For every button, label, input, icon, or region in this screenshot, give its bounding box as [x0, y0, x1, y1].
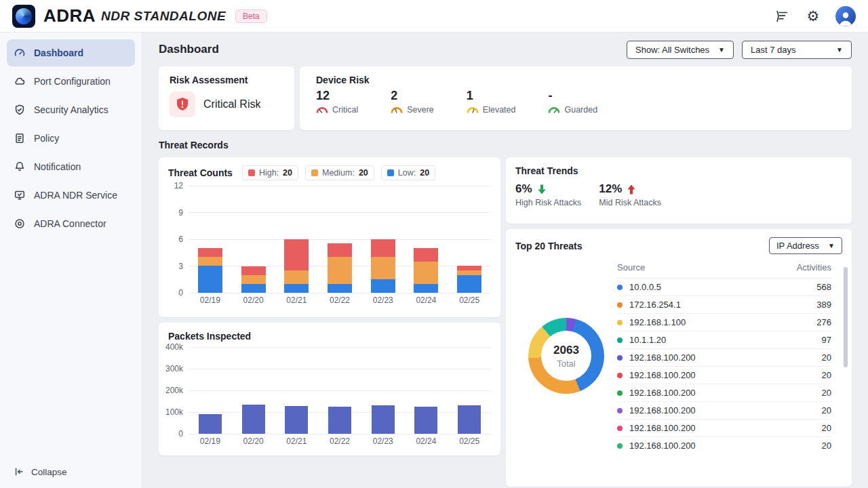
threat-counts-card: Threat Counts High: 20 Medium: 20 [159, 157, 500, 317]
settings-gear-icon[interactable]: ⚙ [804, 7, 822, 25]
y-tick-label: 6 [178, 235, 183, 244]
bar-02/19 [189, 186, 232, 293]
threat-row[interactable]: 10.0.0.5568 [617, 278, 831, 296]
threat-row[interactable]: 10.1.1.2097 [617, 331, 831, 348]
threat-counts-chart: 036912 02/1902/2002/2102/2202/2302/2402/… [168, 186, 491, 305]
table-scrollbar[interactable] [844, 267, 848, 367]
threat-row[interactable]: 192.168.100.20020 [617, 366, 831, 384]
donut-total-label: Total [557, 359, 575, 369]
sidebar-item-dashboard[interactable]: Dashboard [7, 39, 135, 66]
series-dot-icon [617, 408, 623, 413]
packets-inspected-title: Packets Inspected [168, 331, 491, 342]
threat-row[interactable]: 192.168.100.20020 [617, 401, 831, 419]
risk-level-text: Critical Risk [203, 98, 260, 110]
column-header-activities: Activities [797, 262, 831, 272]
sidebar-item-label: Port Configuration [34, 76, 111, 87]
trend-mid-risk: 12% Mid Risk Attacks [599, 182, 661, 207]
bell-icon [14, 161, 26, 173]
bar-02/23 [361, 186, 405, 293]
legend-chip-low[interactable]: Low: 20 [381, 165, 435, 180]
logo-orb-icon [16, 8, 32, 24]
sidebar-item-security-analytics[interactable]: Security Analytics [7, 96, 135, 123]
shield-icon [14, 104, 26, 116]
legend-swatch [387, 169, 394, 176]
threat-row[interactable]: 192.168.100.20020 [617, 384, 831, 401]
sidebar-item-adra-ndr-service[interactable]: ADRA NDR Service [7, 182, 135, 209]
sidebar-item-label: ADRA Connector [34, 218, 106, 229]
trend-value: 6% [515, 182, 532, 196]
sidebar-item-policy[interactable]: Policy [7, 125, 135, 152]
risk-assessment-title: Risk Assessment [170, 75, 283, 85]
x-tick-label: 02/20 [232, 436, 275, 446]
bar-02/19 [189, 347, 232, 434]
page-title: Dashboard [159, 43, 219, 56]
series-dot-icon [617, 426, 623, 431]
gauge-severe-icon [391, 106, 403, 114]
trend-down-arrow-icon [537, 184, 547, 195]
threat-row[interactable]: 192.168.100.20020 [617, 436, 831, 454]
trend-high-risk: 6% High Risk Attacks [515, 182, 581, 207]
legend-label: Low: [398, 168, 416, 178]
sidebar-item-label: Notification [34, 161, 81, 172]
threat-groupby-dropdown[interactable]: IP Address ▼ [769, 237, 842, 254]
stat-label: Severe [407, 105, 434, 115]
legend-chip-medium[interactable]: Medium: 20 [305, 165, 374, 180]
threat-activities-count: 20 [822, 388, 831, 398]
threat-source-ip: 192.168.100.200 [629, 352, 822, 363]
threat-activities-count: 20 [822, 423, 831, 433]
bar-02/23 [361, 347, 405, 434]
stat-label: Elevated [483, 105, 516, 115]
threat-row[interactable]: 192.168.100.20020 [617, 419, 831, 436]
sidebar-item-port-configuration[interactable]: Port Configuration [7, 68, 135, 95]
threat-row[interactable]: 172.16.254.1389 [617, 296, 831, 313]
collapse-label: Collapse [31, 467, 67, 477]
series-dot-icon [617, 443, 623, 449]
sidebar-collapse-button[interactable]: Collapse [14, 466, 67, 477]
document-icon [14, 132, 26, 144]
y-tick-label: 12 [174, 181, 183, 190]
bar-02/21 [275, 186, 318, 293]
sidebar-item-adra-connector[interactable]: ADRA Connector [7, 210, 135, 237]
threat-activities-count: 20 [822, 370, 831, 380]
series-dot-icon [617, 355, 623, 361]
y-tick-label: 300k [165, 364, 183, 373]
bar-02/21 [275, 347, 318, 434]
cloud-icon [14, 75, 26, 87]
trend-label: Mid Risk Attacks [599, 198, 661, 207]
x-tick-label: 02/20 [232, 296, 275, 305]
bar-02/24 [405, 347, 448, 434]
threat-row[interactable]: 192.168.1.100276 [617, 313, 831, 331]
bar-02/24 [405, 186, 448, 293]
threat-row[interactable]: 192.168.100.20020 [617, 348, 831, 366]
beta-badge: Beta [235, 9, 267, 23]
sidebar-item-notification[interactable]: Notification [7, 153, 135, 180]
bar-02/20 [232, 347, 275, 434]
threat-source-ip: 192.168.100.200 [629, 370, 822, 380]
x-tick-label: 02/19 [189, 436, 232, 446]
device-risk-stat-elevated: 1 Elevated [467, 89, 516, 115]
x-tick-label: 02/24 [405, 296, 448, 305]
service-monitor-icon [14, 189, 26, 201]
sidebar-item-label: Security Analytics [34, 104, 108, 115]
series-dot-icon [617, 302, 623, 308]
threat-source-ip: 192.168.100.200 [629, 405, 822, 415]
gauge-elevated-icon [467, 106, 479, 114]
bar-02/20 [232, 186, 275, 293]
time-range-dropdown[interactable]: Last 7 days ▼ [742, 41, 852, 59]
user-avatar[interactable] [835, 6, 856, 26]
stat-label: Critical [332, 105, 358, 115]
trend-label: High Risk Attacks [515, 198, 581, 207]
report-log-icon[interactable] [773, 7, 791, 25]
chevron-down-icon: ▼ [828, 242, 835, 249]
threat-source-ip: 10.1.1.20 [629, 335, 822, 345]
legend-swatch [248, 169, 255, 176]
top-threats-title: Top 20 Threats [515, 241, 583, 251]
threat-activities-count: 20 [822, 441, 831, 451]
legend-chip-high[interactable]: High: 20 [242, 165, 298, 180]
donut-total: 2063 [553, 344, 579, 357]
x-tick-label: 02/21 [275, 296, 318, 305]
sidebar-item-label: ADRA NDR Service [34, 190, 117, 201]
legend-value: 20 [283, 168, 292, 178]
switches-filter-dropdown[interactable]: Show: All Switches ▼ [627, 41, 734, 59]
chevron-down-icon: ▼ [836, 46, 843, 54]
